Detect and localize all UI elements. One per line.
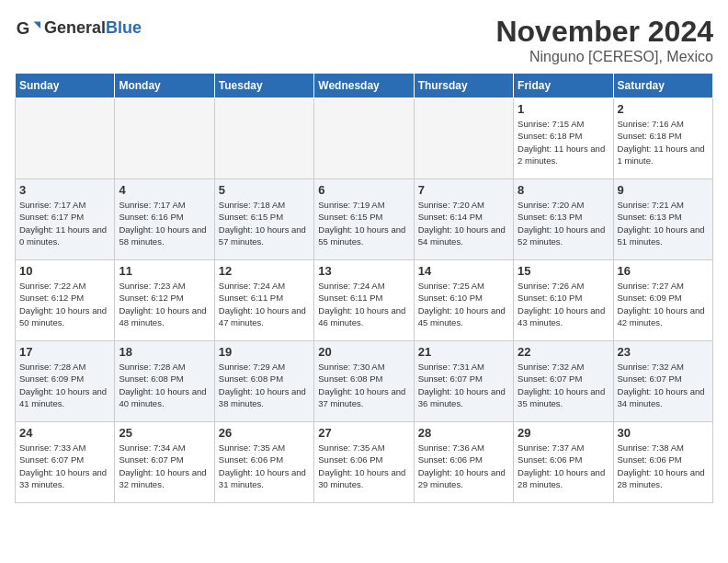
calendar-cell: 2Sunrise: 7:16 AM Sunset: 6:18 PM Daylig… bbox=[613, 98, 712, 179]
calendar-cell: 29Sunrise: 7:37 AM Sunset: 6:06 PM Dayli… bbox=[514, 422, 613, 503]
day-number: 14 bbox=[418, 264, 509, 278]
calendar-cell bbox=[314, 98, 414, 179]
day-info: Sunrise: 7:24 AM Sunset: 6:11 PM Dayligh… bbox=[219, 280, 310, 328]
day-info: Sunrise: 7:22 AM Sunset: 6:12 PM Dayligh… bbox=[19, 280, 110, 328]
calendar-cell: 11Sunrise: 7:23 AM Sunset: 6:12 PM Dayli… bbox=[115, 260, 214, 341]
calendar-cell: 19Sunrise: 7:29 AM Sunset: 6:08 PM Dayli… bbox=[214, 341, 313, 422]
logo: G GeneralBlue bbox=[15, 15, 142, 40]
day-info: Sunrise: 7:37 AM Sunset: 6:06 PM Dayligh… bbox=[518, 442, 609, 490]
day-info: Sunrise: 7:19 AM Sunset: 6:15 PM Dayligh… bbox=[318, 199, 409, 247]
calendar-header-wednesday: Wednesday bbox=[314, 74, 414, 98]
day-info: Sunrise: 7:34 AM Sunset: 6:07 PM Dayligh… bbox=[119, 442, 210, 490]
day-info: Sunrise: 7:28 AM Sunset: 6:09 PM Dayligh… bbox=[19, 361, 110, 409]
day-info: Sunrise: 7:21 AM Sunset: 6:13 PM Dayligh… bbox=[618, 199, 709, 247]
calendar-cell: 21Sunrise: 7:31 AM Sunset: 6:07 PM Dayli… bbox=[414, 341, 513, 422]
day-number: 12 bbox=[219, 264, 310, 278]
day-number: 11 bbox=[119, 264, 210, 278]
calendar-week-row: 24Sunrise: 7:33 AM Sunset: 6:07 PM Dayli… bbox=[16, 422, 713, 503]
calendar-cell: 14Sunrise: 7:25 AM Sunset: 6:10 PM Dayli… bbox=[414, 260, 513, 341]
day-info: Sunrise: 7:35 AM Sunset: 6:06 PM Dayligh… bbox=[219, 442, 310, 490]
day-number: 23 bbox=[618, 345, 709, 359]
calendar-cell: 26Sunrise: 7:35 AM Sunset: 6:06 PM Dayli… bbox=[214, 422, 313, 503]
day-info: Sunrise: 7:27 AM Sunset: 6:09 PM Dayligh… bbox=[618, 280, 709, 328]
day-info: Sunrise: 7:20 AM Sunset: 6:13 PM Dayligh… bbox=[518, 199, 609, 247]
calendar-cell: 20Sunrise: 7:30 AM Sunset: 6:08 PM Dayli… bbox=[314, 341, 414, 422]
calendar-cell: 1Sunrise: 7:15 AM Sunset: 6:18 PM Daylig… bbox=[514, 98, 613, 179]
calendar-cell: 3Sunrise: 7:17 AM Sunset: 6:17 PM Daylig… bbox=[16, 179, 115, 260]
day-info: Sunrise: 7:30 AM Sunset: 6:08 PM Dayligh… bbox=[318, 361, 409, 409]
calendar-cell: 12Sunrise: 7:24 AM Sunset: 6:11 PM Dayli… bbox=[214, 260, 313, 341]
calendar-cell: 17Sunrise: 7:28 AM Sunset: 6:09 PM Dayli… bbox=[16, 341, 115, 422]
calendar-header-friday: Friday bbox=[514, 74, 613, 98]
day-number: 8 bbox=[518, 183, 609, 197]
day-number: 2 bbox=[618, 102, 709, 116]
day-info: Sunrise: 7:31 AM Sunset: 6:07 PM Dayligh… bbox=[418, 361, 509, 409]
day-number: 19 bbox=[219, 345, 310, 359]
calendar-cell: 30Sunrise: 7:38 AM Sunset: 6:06 PM Dayli… bbox=[613, 422, 712, 503]
day-info: Sunrise: 7:29 AM Sunset: 6:08 PM Dayligh… bbox=[219, 361, 310, 409]
calendar-cell: 13Sunrise: 7:24 AM Sunset: 6:11 PM Dayli… bbox=[314, 260, 414, 341]
logo-general: General bbox=[44, 18, 106, 37]
calendar-week-row: 10Sunrise: 7:22 AM Sunset: 6:12 PM Dayli… bbox=[16, 260, 713, 341]
calendar-cell: 24Sunrise: 7:33 AM Sunset: 6:07 PM Dayli… bbox=[16, 422, 115, 503]
day-info: Sunrise: 7:32 AM Sunset: 6:07 PM Dayligh… bbox=[518, 361, 609, 409]
calendar-header-thursday: Thursday bbox=[414, 74, 513, 98]
logo-blue: Blue bbox=[106, 18, 142, 37]
day-info: Sunrise: 7:33 AM Sunset: 6:07 PM Dayligh… bbox=[19, 442, 110, 490]
calendar-cell: 5Sunrise: 7:18 AM Sunset: 6:15 PM Daylig… bbox=[214, 179, 313, 260]
day-number: 21 bbox=[418, 345, 509, 359]
day-info: Sunrise: 7:20 AM Sunset: 6:14 PM Dayligh… bbox=[418, 199, 509, 247]
day-number: 1 bbox=[518, 102, 609, 116]
logo-icon: G bbox=[15, 15, 40, 40]
svg-text:G: G bbox=[17, 18, 30, 38]
day-info: Sunrise: 7:18 AM Sunset: 6:15 PM Dayligh… bbox=[219, 199, 310, 247]
day-number: 18 bbox=[119, 345, 210, 359]
day-number: 26 bbox=[219, 426, 310, 440]
calendar-header-saturday: Saturday bbox=[613, 74, 712, 98]
day-info: Sunrise: 7:32 AM Sunset: 6:07 PM Dayligh… bbox=[618, 361, 709, 409]
calendar-cell: 28Sunrise: 7:36 AM Sunset: 6:06 PM Dayli… bbox=[414, 422, 513, 503]
day-number: 29 bbox=[518, 426, 609, 440]
day-number: 27 bbox=[318, 426, 409, 440]
month-title: November 2024 bbox=[495, 15, 713, 49]
calendar-cell bbox=[214, 98, 313, 179]
calendar-cell bbox=[16, 98, 115, 179]
calendar-cell: 9Sunrise: 7:21 AM Sunset: 6:13 PM Daylig… bbox=[613, 179, 712, 260]
calendar-cell bbox=[115, 98, 214, 179]
day-number: 24 bbox=[19, 426, 110, 440]
day-number: 30 bbox=[618, 426, 709, 440]
day-number: 7 bbox=[418, 183, 509, 197]
day-number: 20 bbox=[318, 345, 409, 359]
day-number: 16 bbox=[618, 264, 709, 278]
calendar-cell: 16Sunrise: 7:27 AM Sunset: 6:09 PM Dayli… bbox=[613, 260, 712, 341]
calendar-week-row: 1Sunrise: 7:15 AM Sunset: 6:18 PM Daylig… bbox=[16, 98, 713, 179]
day-info: Sunrise: 7:16 AM Sunset: 6:18 PM Dayligh… bbox=[618, 118, 709, 167]
calendar-cell: 23Sunrise: 7:32 AM Sunset: 6:07 PM Dayli… bbox=[613, 341, 712, 422]
calendar-header-sunday: Sunday bbox=[16, 74, 115, 98]
day-info: Sunrise: 7:36 AM Sunset: 6:06 PM Dayligh… bbox=[418, 442, 509, 490]
calendar-cell: 22Sunrise: 7:32 AM Sunset: 6:07 PM Dayli… bbox=[514, 341, 613, 422]
svg-marker-1 bbox=[34, 21, 40, 28]
calendar-cell bbox=[414, 98, 513, 179]
calendar-cell: 8Sunrise: 7:20 AM Sunset: 6:13 PM Daylig… bbox=[514, 179, 613, 260]
calendar-header-tuesday: Tuesday bbox=[214, 74, 313, 98]
day-info: Sunrise: 7:38 AM Sunset: 6:06 PM Dayligh… bbox=[618, 442, 709, 490]
day-info: Sunrise: 7:23 AM Sunset: 6:12 PM Dayligh… bbox=[119, 280, 210, 328]
day-number: 25 bbox=[119, 426, 210, 440]
day-number: 5 bbox=[219, 183, 310, 197]
title-area: November 2024 Ninguno [CERESO], Mexico bbox=[495, 15, 713, 65]
calendar-cell: 27Sunrise: 7:35 AM Sunset: 6:06 PM Dayli… bbox=[314, 422, 414, 503]
day-number: 3 bbox=[19, 183, 110, 197]
calendar-cell: 25Sunrise: 7:34 AM Sunset: 6:07 PM Dayli… bbox=[115, 422, 214, 503]
location-title: Ninguno [CERESO], Mexico bbox=[495, 49, 713, 65]
calendar-cell: 10Sunrise: 7:22 AM Sunset: 6:12 PM Dayli… bbox=[16, 260, 115, 341]
header: G GeneralBlue November 2024 Ninguno [CER… bbox=[15, 15, 713, 65]
day-info: Sunrise: 7:15 AM Sunset: 6:18 PM Dayligh… bbox=[518, 118, 609, 167]
day-number: 4 bbox=[119, 183, 210, 197]
day-info: Sunrise: 7:17 AM Sunset: 6:16 PM Dayligh… bbox=[119, 199, 210, 247]
calendar-week-row: 3Sunrise: 7:17 AM Sunset: 6:17 PM Daylig… bbox=[16, 179, 713, 260]
day-info: Sunrise: 7:25 AM Sunset: 6:10 PM Dayligh… bbox=[418, 280, 509, 328]
day-number: 13 bbox=[318, 264, 409, 278]
calendar-cell: 6Sunrise: 7:19 AM Sunset: 6:15 PM Daylig… bbox=[314, 179, 414, 260]
day-number: 15 bbox=[518, 264, 609, 278]
